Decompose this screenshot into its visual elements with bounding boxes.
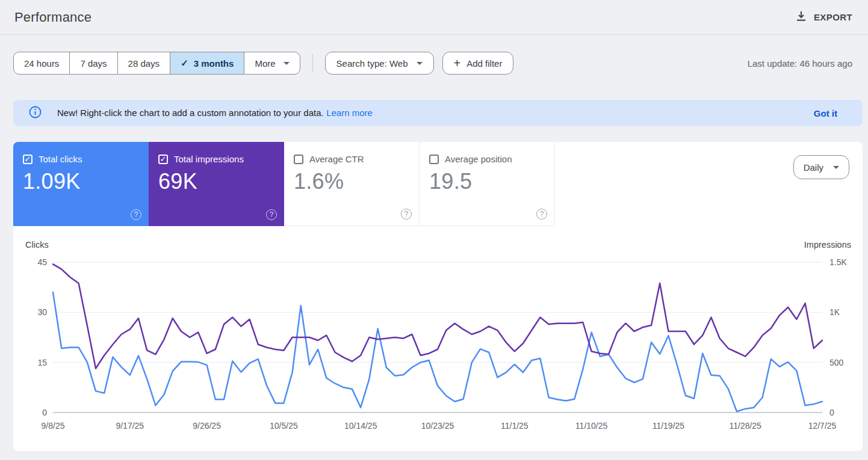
svg-text:12/7/25: 12/7/25: [808, 421, 837, 431]
range-3-months[interactable]: ✓ 3 months: [170, 52, 244, 74]
tile-average-position[interactable]: Average position 19.5 ?: [420, 142, 555, 226]
filter-toolbar: 24 hours 7 days 28 days ✓ 3 months More …: [13, 52, 852, 75]
range-more-dropdown[interactable]: More: [244, 52, 299, 74]
range-3-months-label: 3 months: [194, 58, 234, 69]
add-filter-label: Add filter: [467, 58, 502, 69]
chevron-down-icon: [417, 62, 423, 65]
range-28-days[interactable]: 28 days: [118, 52, 171, 74]
page-title: Performance: [14, 10, 91, 25]
export-button[interactable]: EXPORT: [796, 11, 852, 23]
search-type-dropdown[interactable]: Search type: Web: [325, 52, 434, 75]
tile-label: Total clicks: [39, 154, 82, 164]
range-28-days-label: 28 days: [128, 58, 160, 69]
granularity-dropdown[interactable]: Daily: [793, 155, 849, 179]
tile-total-clicks[interactable]: ✓ Total clicks 1.09K ?: [13, 142, 149, 226]
svg-text:10/5/25: 10/5/25: [270, 421, 298, 431]
tile-label: Average position: [445, 154, 512, 164]
add-filter-button[interactable]: + Add filter: [442, 52, 514, 75]
help-icon[interactable]: ?: [536, 209, 547, 219]
clicks-impressions-line-chart: 0015500301K451.5K9/8/259/17/259/26/2510/…: [13, 235, 856, 437]
tile-label: Total impressions: [174, 154, 244, 164]
svg-text:10/14/25: 10/14/25: [344, 421, 377, 431]
average-position-value: 19.5: [429, 169, 546, 194]
svg-text:Impressions: Impressions: [804, 240, 851, 250]
learn-more-link[interactable]: Learn more: [326, 108, 373, 118]
tile-total-impressions[interactable]: ✓ Total impressions 69K ?: [149, 142, 284, 226]
checkbox-unchecked-icon[interactable]: [429, 155, 439, 164]
svg-text:1.5K: 1.5K: [829, 257, 847, 267]
export-label: EXPORT: [814, 12, 852, 22]
granularity-label: Daily: [804, 162, 823, 173]
help-icon[interactable]: ?: [401, 209, 412, 219]
performance-card: ✓ Total clicks 1.09K ? ✓ Total impressio…: [13, 142, 863, 451]
svg-text:9/26/25: 9/26/25: [193, 421, 221, 431]
last-update-text: Last update: 46 hours ago: [748, 58, 852, 69]
svg-text:11/10/25: 11/10/25: [575, 421, 608, 431]
toolbar-divider: [312, 54, 313, 72]
range-24-hours-label: 24 hours: [24, 58, 59, 69]
range-7-days-label: 7 days: [80, 58, 107, 69]
page-header: Performance EXPORT: [0, 0, 868, 35]
info-icon: [29, 106, 42, 121]
more-label: More: [255, 58, 275, 69]
got-it-button[interactable]: Got it: [814, 108, 837, 118]
tile-label: Average CTR: [309, 154, 364, 164]
svg-text:0: 0: [829, 408, 834, 417]
performance-chart[interactable]: 0015500301K451.5K9/8/259/17/259/26/2510/…: [13, 235, 863, 440]
average-ctr-value: 1.6%: [294, 169, 411, 194]
svg-text:500: 500: [829, 358, 844, 367]
help-icon[interactable]: ?: [131, 209, 141, 220]
checkmark-icon: ✓: [181, 58, 188, 69]
svg-text:11/19/25: 11/19/25: [653, 421, 685, 431]
checkbox-checked-icon[interactable]: ✓: [23, 155, 33, 164]
metric-tiles: ✓ Total clicks 1.09K ? ✓ Total impressio…: [13, 142, 863, 226]
svg-text:11/28/25: 11/28/25: [729, 421, 761, 431]
checkbox-checked-icon[interactable]: ✓: [158, 155, 168, 164]
checkbox-unchecked-icon[interactable]: [294, 155, 303, 164]
svg-text:1K: 1K: [829, 307, 840, 317]
svg-text:10/23/25: 10/23/25: [421, 421, 454, 431]
svg-text:Clicks: Clicks: [25, 240, 49, 250]
total-clicks-value: 1.09K: [23, 169, 140, 194]
download-icon: [796, 11, 807, 23]
svg-text:9/17/25: 9/17/25: [116, 421, 144, 431]
plus-icon: +: [454, 57, 461, 69]
date-range-group: 24 hours 7 days 28 days ✓ 3 months More: [13, 52, 300, 75]
annotation-banner: New! Right-click the chart to add a cust…: [13, 100, 863, 126]
range-24-hours[interactable]: 24 hours: [14, 52, 70, 74]
svg-text:9/8/25: 9/8/25: [42, 421, 65, 431]
chevron-down-icon: [833, 166, 839, 169]
help-icon[interactable]: ?: [266, 209, 277, 220]
svg-text:0: 0: [42, 408, 47, 417]
svg-text:15: 15: [37, 358, 47, 367]
total-impressions-value: 69K: [158, 169, 276, 194]
banner-text: New! Right-click the chart to add a cust…: [57, 108, 324, 118]
range-7-days[interactable]: 7 days: [70, 52, 117, 74]
svg-text:45: 45: [37, 257, 47, 267]
search-type-label: Search type: Web: [336, 58, 408, 69]
tile-average-ctr[interactable]: Average CTR 1.6% ?: [284, 142, 420, 226]
svg-text:11/1/25: 11/1/25: [501, 421, 529, 431]
svg-text:30: 30: [37, 307, 47, 317]
chevron-down-icon: [284, 62, 290, 65]
